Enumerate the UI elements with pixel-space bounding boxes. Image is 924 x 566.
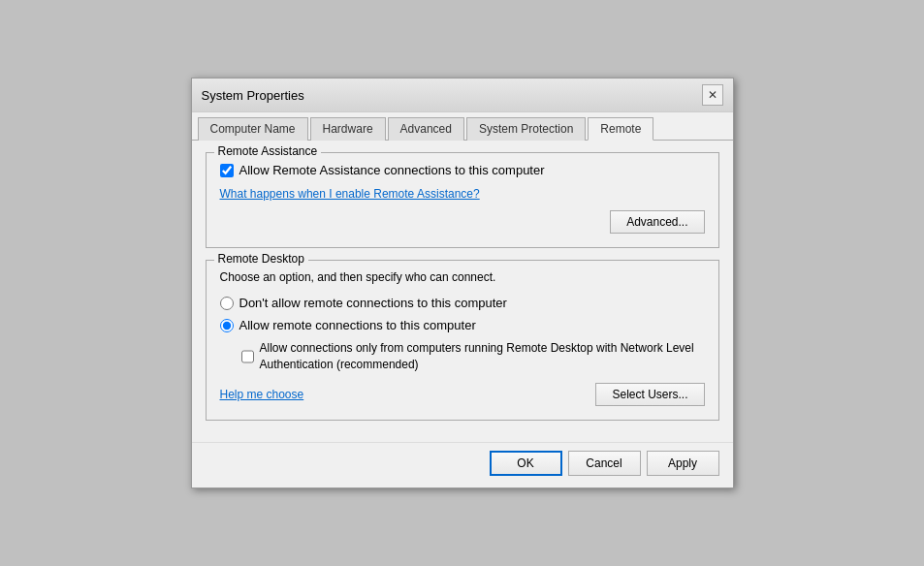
allow-remote-label: Allow remote connections to this compute… [239, 318, 476, 332]
allow-remote-assistance-row: Allow Remote Assistance connections to t… [220, 163, 705, 177]
no-remote-radio[interactable] [220, 297, 234, 310]
remote-desktop-group: Remote Desktop Choose an option, and the… [206, 260, 719, 421]
tab-content: Remote Assistance Allow Remote Assistanc… [192, 141, 733, 442]
tab-hardware[interactable]: Hardware [310, 117, 386, 141]
no-remote-label: Don't allow remote connections to this c… [239, 296, 507, 310]
nla-checkbox-row: Allow connections only from computers ru… [241, 340, 705, 373]
close-button[interactable]: ✕ [702, 84, 723, 106]
cancel-button[interactable]: Cancel [568, 451, 641, 476]
title-bar: System Properties ✕ [192, 79, 733, 112]
remote-assistance-help-link[interactable]: What happens when I enable Remote Assist… [220, 187, 705, 201]
help-me-choose-link[interactable]: Help me choose [220, 388, 304, 401]
remote-assistance-group: Remote Assistance Allow Remote Assistanc… [206, 152, 719, 248]
remote-desktop-description: Choose an option, and then specify who c… [220, 270, 705, 284]
allow-remote-row: Allow remote connections to this compute… [220, 318, 705, 332]
allow-remote-radio[interactable] [220, 319, 234, 332]
allow-remote-assistance-text: Allow Remote Assistance connections to t… [239, 163, 545, 177]
remote-desktop-label: Remote Desktop [214, 252, 308, 266]
remote-desktop-bottom-row: Help me choose Select Users... [220, 383, 705, 406]
tab-system-protection[interactable]: System Protection [466, 117, 586, 141]
allow-remote-assistance-checkbox[interactable] [220, 164, 234, 177]
tab-remote[interactable]: Remote [588, 117, 653, 141]
ok-button[interactable]: OK [490, 451, 562, 476]
dialog-footer: OK Cancel Apply [192, 442, 733, 487]
nla-checkbox[interactable] [241, 350, 254, 363]
nla-checkbox-label: Allow connections only from computers ru… [260, 340, 705, 373]
remote-assistance-advanced-button[interactable]: Advanced... [610, 210, 704, 234]
select-users-button[interactable]: Select Users... [595, 383, 704, 406]
system-properties-dialog: System Properties ✕ Computer Name Hardwa… [191, 78, 734, 488]
no-remote-row: Don't allow remote connections to this c… [220, 296, 705, 310]
tab-computer-name[interactable]: Computer Name [198, 117, 308, 141]
remote-assistance-label: Remote Assistance [214, 144, 322, 158]
tab-advanced[interactable]: Advanced [388, 117, 464, 141]
advanced-button-row: Advanced... [220, 210, 705, 234]
tab-bar: Computer Name Hardware Advanced System P… [192, 112, 733, 141]
nla-option-indent: Allow connections only from computers ru… [220, 340, 705, 373]
dialog-title: System Properties [202, 88, 304, 103]
apply-button[interactable]: Apply [647, 451, 719, 476]
